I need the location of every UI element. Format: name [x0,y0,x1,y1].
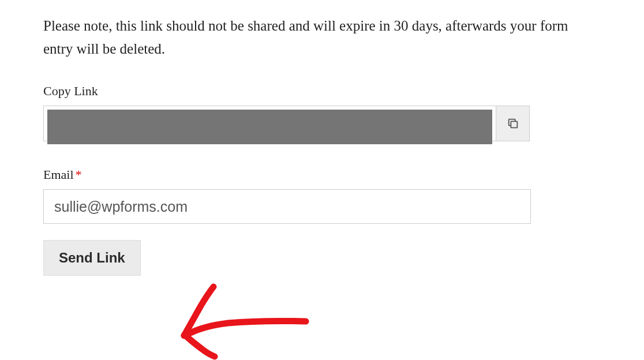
send-link-button[interactable]: Send Link [43,240,141,276]
description-text: Please note, this link should not be sha… [43,14,601,61]
required-indicator: * [76,167,82,182]
copy-link-input[interactable] [47,110,492,144]
svg-rect-0 [511,121,517,127]
email-label: Email* [43,167,601,182]
email-label-text: Email [43,167,74,182]
copy-button[interactable] [496,106,529,141]
copy-link-label: Copy Link [43,84,601,99]
email-input[interactable] [43,189,531,224]
annotation-arrow [173,280,323,360]
copy-link-group: Copy Link [43,84,601,141]
copy-link-row [43,106,530,141]
copy-icon [507,117,519,130]
email-group: Email* [43,167,601,224]
